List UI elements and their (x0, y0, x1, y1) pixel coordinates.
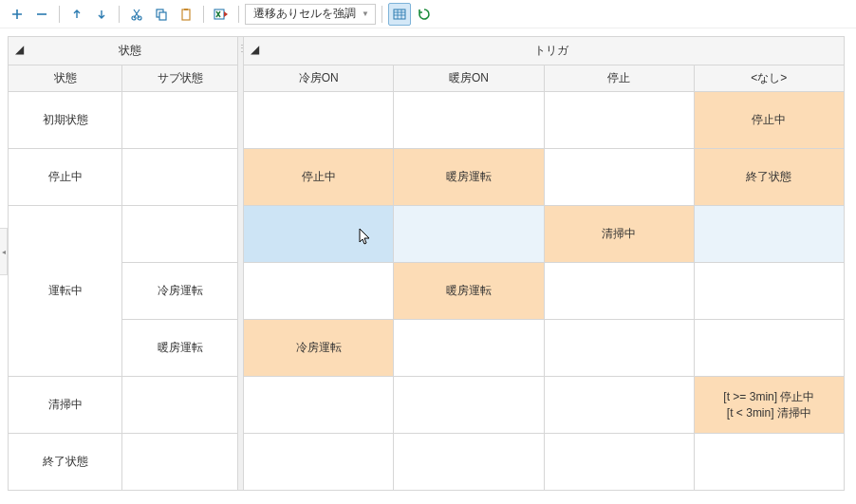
dropdown-label: 遷移ありセルを強調 (253, 6, 356, 22)
svg-rect-6 (214, 9, 224, 19)
transition-cell[interactable]: 停止中 (244, 149, 394, 206)
state-cell[interactable]: 運転中 (9, 206, 122, 377)
table-row: 終了状態 (9, 434, 845, 491)
cut-button[interactable] (125, 3, 148, 26)
substate-cell[interactable]: 冷房運転 (122, 263, 238, 320)
transition-cell[interactable]: 終了状態 (694, 149, 844, 206)
transition-cell[interactable] (544, 92, 694, 149)
table-row: 停止中 停止中 暖房運転 終了状態 (9, 149, 845, 206)
transition-cell[interactable] (394, 320, 544, 377)
move-up-button[interactable] (65, 3, 88, 26)
state-cell[interactable]: 終了状態 (9, 434, 122, 491)
substate-cell[interactable] (122, 206, 238, 263)
transition-cell[interactable] (544, 320, 694, 377)
transition-cell[interactable] (394, 206, 544, 263)
trigger-group-header[interactable]: ◢ トリガ (244, 37, 845, 65)
transition-cell[interactable] (544, 377, 694, 434)
separator (203, 6, 204, 23)
transition-cell[interactable] (244, 263, 394, 320)
cursor-icon (358, 227, 373, 246)
remove-button[interactable] (30, 3, 53, 26)
transition-cell[interactable]: 冷房運転 (244, 320, 394, 377)
highlight-mode-dropdown[interactable]: 遷移ありセルを強調 ▼ (245, 4, 376, 25)
substate-cell[interactable] (122, 149, 238, 206)
heat-on-header[interactable]: 暖房ON (394, 65, 544, 92)
transition-cell[interactable]: 停止中 (694, 92, 844, 149)
transition-cell[interactable] (544, 434, 694, 491)
substate-cell[interactable] (122, 92, 238, 149)
state-cell[interactable]: 停止中 (9, 149, 122, 206)
cool-on-header[interactable]: 冷房ON (244, 65, 394, 92)
chevron-down-icon: ▼ (362, 9, 369, 18)
svg-rect-7 (394, 9, 405, 19)
substate-cell[interactable] (122, 377, 238, 434)
table-row: 暖房運転 冷房運転 (9, 320, 845, 377)
state-group-header[interactable]: ◢ 状態 (9, 37, 238, 65)
transition-cell[interactable] (244, 92, 394, 149)
table-row: 清掃中 [t >= 3min] 停止中 [t < 3min] 清掃中 (9, 377, 845, 434)
toolbar: 遷移ありセルを強調 ▼ (0, 0, 856, 28)
transition-cell[interactable]: 清掃中 (544, 206, 694, 263)
transition-cell[interactable]: [t >= 3min] 停止中 [t < 3min] 清掃中 (694, 377, 844, 434)
transition-cell[interactable] (244, 377, 394, 434)
transition-cell[interactable] (544, 149, 694, 206)
svg-rect-3 (159, 12, 166, 20)
grid-view-toggle[interactable] (388, 3, 411, 26)
copy-button[interactable] (150, 3, 173, 26)
substate-cell[interactable] (122, 434, 238, 491)
table-row: 冷房運転 暖房運転 (9, 263, 845, 320)
refresh-button[interactable] (413, 3, 436, 26)
table-row: 運転中 清掃中 (9, 206, 845, 263)
transition-cell[interactable] (694, 434, 844, 491)
transition-cell[interactable] (544, 263, 694, 320)
corner-collapse-icon: ◢ (251, 43, 259, 56)
transition-cell[interactable] (394, 434, 544, 491)
none-header[interactable]: <なし> (694, 65, 844, 92)
substate-cell[interactable]: 暖房運転 (122, 320, 238, 377)
stop-header[interactable]: 停止 (544, 65, 694, 92)
transition-cell[interactable]: 暖房運転 (394, 149, 544, 206)
transition-cell-selected[interactable] (244, 206, 394, 263)
substate-header[interactable]: サブ状態 (122, 65, 238, 92)
transition-cell[interactable]: 暖房運転 (394, 263, 544, 320)
transition-cell[interactable] (694, 206, 844, 263)
state-transition-table: ◢ 状態 ◢ トリガ 状態 サブ状態 冷房ON 暖房ON 停止 <なし> 初期状… (8, 36, 845, 491)
add-button[interactable] (6, 3, 28, 26)
state-cell[interactable]: 清掃中 (9, 377, 122, 434)
state-cell[interactable]: 初期状態 (9, 92, 122, 149)
corner-collapse-icon: ◢ (15, 43, 24, 56)
separator (381, 6, 382, 23)
export-excel-button[interactable] (210, 3, 233, 26)
transition-cell[interactable] (394, 377, 544, 434)
column-splitter[interactable] (238, 37, 244, 491)
separator (59, 6, 60, 23)
paste-button[interactable] (175, 3, 197, 26)
transition-cell[interactable] (694, 263, 844, 320)
svg-rect-4 (182, 9, 190, 20)
separator (238, 6, 239, 23)
state-header[interactable]: 状態 (9, 65, 122, 92)
table-row: 初期状態 停止中 (9, 92, 845, 149)
collapse-handle[interactable]: ◂ (0, 228, 8, 275)
transition-cell[interactable] (394, 92, 544, 149)
separator (119, 6, 120, 23)
svg-rect-5 (184, 9, 188, 10)
transition-cell[interactable] (244, 434, 394, 491)
move-down-button[interactable] (90, 3, 113, 26)
transition-cell[interactable] (694, 320, 844, 377)
